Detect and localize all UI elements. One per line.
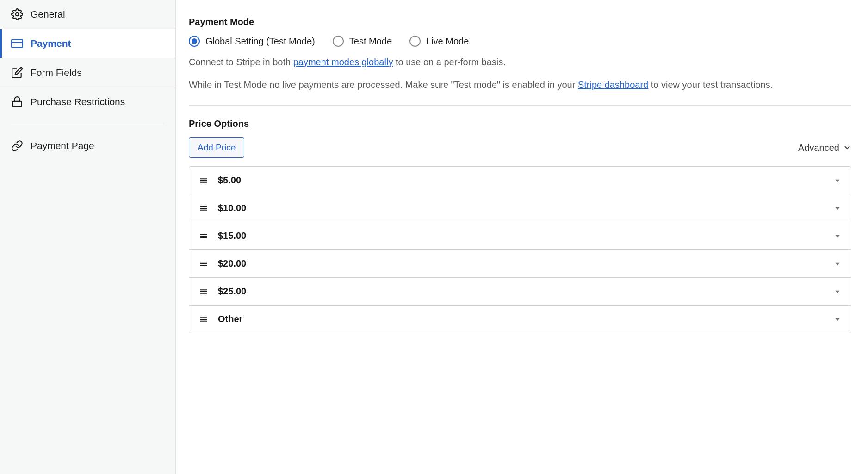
radio-unchecked-icon [409, 36, 421, 47]
drag-handle-icon[interactable] [199, 315, 208, 324]
link-icon [11, 140, 23, 152]
sidebar: General Payment Form Fields Purchase Res… [0, 0, 176, 474]
price-row[interactable]: $15.00 [189, 222, 851, 250]
caret-down-icon [834, 233, 841, 239]
sidebar-divider [11, 124, 164, 124]
caret-down-icon [834, 316, 841, 323]
svg-marker-19 [835, 262, 839, 265]
price-label: $15.00 [218, 231, 834, 241]
help-text-test-mode: While in Test Mode no live payments are … [189, 78, 851, 92]
main-content: Payment Mode Global Setting (Test Mode) … [176, 0, 868, 474]
payment-mode-title: Payment Mode [189, 17, 851, 27]
svg-marker-11 [835, 207, 839, 210]
help-text-connect: Connect to Stripe in both payment modes … [189, 55, 851, 69]
drag-handle-icon[interactable] [199, 232, 208, 240]
advanced-label: Advanced [798, 143, 839, 153]
sidebar-item-label: Form Fields [31, 67, 82, 78]
radio-label: Global Setting (Test Mode) [205, 36, 315, 47]
payment-modes-link[interactable]: payment modes globally [293, 57, 393, 67]
payment-mode-radio-group: Global Setting (Test Mode) Test Mode Liv… [189, 36, 851, 47]
radio-label: Live Mode [426, 36, 469, 47]
sidebar-item-payment[interactable]: Payment [0, 29, 175, 58]
sidebar-item-label: Payment [31, 38, 71, 49]
edit-icon [11, 67, 23, 79]
radio-live-mode[interactable]: Live Mode [409, 36, 469, 47]
drag-handle-icon[interactable] [199, 204, 208, 212]
sidebar-item-form-fields[interactable]: Form Fields [0, 58, 175, 87]
advanced-toggle[interactable]: Advanced [798, 143, 851, 153]
stripe-dashboard-link[interactable]: Stripe dashboard [578, 80, 648, 90]
sidebar-item-label: Purchase Restrictions [31, 96, 125, 107]
price-row[interactable]: Other [189, 306, 851, 333]
price-row[interactable]: $25.00 [189, 278, 851, 306]
caret-down-icon [834, 288, 841, 295]
price-row[interactable]: $20.00 [189, 250, 851, 278]
sidebar-item-payment-page[interactable]: Payment Page [0, 131, 175, 160]
drag-handle-icon[interactable] [199, 176, 208, 185]
gear-icon [11, 8, 23, 20]
section-divider [189, 105, 851, 106]
price-label: $5.00 [218, 175, 834, 186]
svg-rect-1 [12, 39, 23, 47]
price-row[interactable]: $10.00 [189, 194, 851, 222]
radio-label: Test Mode [349, 36, 392, 47]
price-label: $20.00 [218, 258, 834, 269]
add-price-button[interactable]: Add Price [189, 137, 244, 158]
caret-down-icon [834, 261, 841, 267]
svg-point-0 [16, 13, 19, 16]
lock-icon [11, 96, 23, 108]
chevron-down-icon [843, 143, 851, 152]
sidebar-item-purchase-restrictions[interactable]: Purchase Restrictions [0, 87, 175, 116]
caret-down-icon [834, 177, 841, 184]
drag-handle-icon[interactable] [199, 287, 208, 296]
svg-marker-23 [835, 290, 839, 293]
radio-unchecked-icon [333, 36, 344, 47]
price-options-header: Add Price Advanced [189, 137, 851, 158]
price-label: $25.00 [218, 286, 834, 297]
radio-checked-icon [189, 36, 200, 47]
sidebar-item-general[interactable]: General [0, 0, 175, 29]
caret-down-icon [834, 205, 841, 212]
sidebar-item-label: General [31, 9, 65, 20]
svg-marker-27 [835, 318, 839, 321]
price-list: $5.00 $10.00 $15.00 [189, 166, 851, 333]
radio-global-setting[interactable]: Global Setting (Test Mode) [189, 36, 315, 47]
drag-handle-icon[interactable] [199, 260, 208, 268]
svg-marker-15 [835, 235, 839, 237]
credit-card-icon [11, 37, 23, 50]
sidebar-item-label: Payment Page [31, 140, 94, 151]
price-row[interactable]: $5.00 [189, 167, 851, 194]
price-label: Other [218, 314, 834, 324]
price-options-title: Price Options [189, 118, 851, 129]
price-label: $10.00 [218, 203, 834, 213]
radio-test-mode[interactable]: Test Mode [333, 36, 392, 47]
svg-marker-7 [835, 179, 839, 182]
svg-rect-3 [12, 101, 22, 107]
